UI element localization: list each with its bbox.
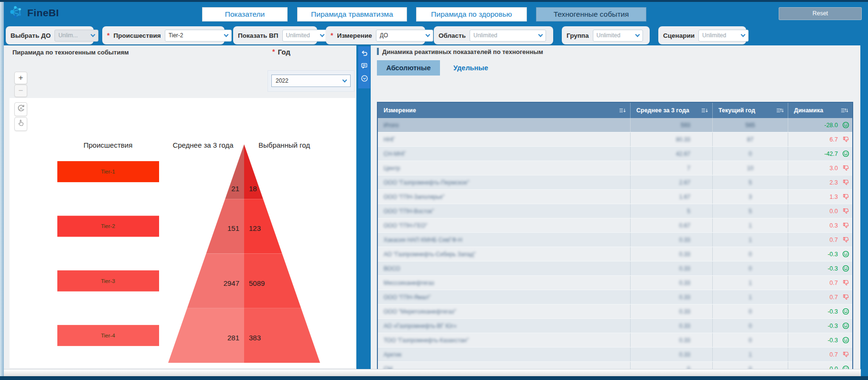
dynamics-cell: -0.3	[788, 304, 852, 318]
table-row[interactable]: ООО "ГПН-ГЕО"0.6710.3	[378, 218, 852, 233]
tab-pokazateli[interactable]: Показатели	[202, 7, 288, 22]
dynamics-cell: 0.7	[788, 233, 852, 247]
column-header-label: Текущий год	[718, 107, 755, 114]
table-row[interactable]: ООО "Меретояханефтегаз"0.330-0.3	[378, 304, 852, 319]
dynamics-value: -28.0	[825, 122, 838, 129]
sort-icon[interactable]	[619, 108, 626, 113]
dynamics-value: 0.7	[830, 351, 838, 358]
table-row[interactable]: ООО "Газпромнефть-Пермское"2.6752.3	[378, 175, 852, 190]
avg-3yr-cell: 593	[631, 118, 713, 132]
table-row[interactable]: Арктик0.3310.7	[378, 347, 852, 362]
table-body: Итого593565-28.0ННГ80.33876.7СН-МНГ42.67…	[378, 118, 852, 374]
measurement-cell: ООО "Меретояханефтегаз"	[378, 304, 631, 318]
sort-icon[interactable]	[840, 108, 848, 113]
table-row[interactable]: ООО "ГПН-Ямал"0.3310.7	[378, 290, 852, 304]
vertical-scrollbar[interactable]	[0, 2, 4, 376]
dynamics-cell: -28.0	[788, 118, 852, 132]
zoom-in-button[interactable]: +	[14, 72, 27, 84]
collapse-icon[interactable]	[361, 75, 368, 82]
measurement-masked-text: АО «Газпромнефть-ВГ Юг»	[384, 323, 457, 329]
undo-icon[interactable]	[361, 50, 368, 57]
table-row[interactable]: Хакасия НАП КМНБ СевГФ-Н0.3310.7	[378, 233, 852, 247]
thumbs-down-icon	[842, 164, 849, 172]
table-row[interactable]: ННГ80.33876.7	[378, 132, 852, 147]
dynamics-panel-title: Динамика реактивных показателей по техно…	[382, 48, 543, 55]
table-row[interactable]: Мессояханефтегаз0.3310.7	[378, 276, 852, 290]
tab-specific[interactable]: Удельные	[450, 60, 492, 76]
table-row[interactable]: ООО "ГПН-Заполярье"1.6731.3	[378, 190, 852, 204]
table-row[interactable]: АО «Газпромнефть-ВГ Юг»0.330-0.3	[378, 319, 852, 333]
table-row[interactable]: Центр7103.0	[378, 161, 852, 175]
filter-gruppa-select[interactable]: Unlimited	[593, 30, 643, 42]
measurement-masked-text: Хакасия НАП КМНБ СевГФ-Н	[384, 237, 462, 243]
table-row[interactable]: ООО "ГПН-Восток"550.0	[378, 204, 852, 218]
tab-tekhnogennye-sobytiya[interactable]: Техногенные события	[536, 7, 646, 22]
current-year-masked-value: 0	[749, 265, 752, 272]
measurement-masked-text: Мессояханефтегаз	[384, 280, 434, 286]
column-header-1[interactable]: Измерение	[378, 103, 631, 118]
current-year-cell: 1	[713, 276, 788, 290]
dynamics-cell: -0.3	[788, 261, 852, 275]
finebi-logo: FineBI	[8, 4, 59, 22]
horizontal-scrollbar[interactable]	[4, 369, 861, 376]
filter-izmerenie-select[interactable]: ДО	[376, 30, 433, 42]
avg-3yr-masked-value: 0.67	[679, 222, 690, 229]
column-header-4[interactable]: Динамика	[788, 103, 852, 118]
thumbs-down-icon	[842, 207, 849, 215]
dynamics-value: 6.7	[830, 136, 838, 143]
table-row[interactable]: Итого593565-28.0	[378, 118, 852, 132]
filter-proisshestviya-label: Происшествия	[113, 32, 161, 39]
tab-absolute[interactable]: Абсолютные	[377, 60, 440, 76]
filter-oblast-select[interactable]: Unlimited	[470, 30, 546, 42]
column-header-3[interactable]: Текущий год	[713, 103, 788, 118]
table-row[interactable]: АО "Газпромнефть-Сибирь Запад"0.330-0.3	[378, 247, 852, 261]
filter-pokazat-vp-label: Показать ВП	[238, 32, 279, 39]
table-row[interactable]: ВОСО0.330-0.3	[378, 261, 852, 276]
reset-button[interactable]: Reset	[779, 7, 862, 20]
column-header-2[interactable]: Среднее за 3 года	[631, 103, 713, 118]
measurement-cell: Хакасия НАП КМНБ СевГФ-Н	[378, 233, 631, 247]
filter-scenarii-select[interactable]: Unlimited	[698, 30, 749, 42]
filter-proisshestviya-select[interactable]: Tier-2	[165, 30, 232, 42]
dynamics-cell: -42.7	[788, 147, 852, 161]
thumbs-down-icon	[842, 293, 849, 301]
measurement-cell: ООО "Газпромнефть-Пермское"	[378, 175, 631, 189]
current-year-masked-value: 1	[749, 237, 752, 243]
smiley-icon	[842, 308, 849, 315]
pyramid-column-label: Происшествия	[84, 141, 133, 149]
current-year-cell: 5	[713, 175, 788, 189]
avg-value-label: 2947	[224, 279, 239, 287]
tier-bar-label: Tier-1	[101, 169, 115, 174]
year-select[interactable]: 2022	[271, 75, 351, 87]
comment-icon[interactable]	[361, 62, 368, 70]
avg-3yr-cell: 0.33	[631, 319, 713, 333]
current-year-cell: 87	[713, 132, 788, 146]
tier-bar-label: Tier-2	[101, 223, 115, 229]
avg-3yr-cell: 0.67	[631, 218, 713, 232]
pan-hand-button[interactable]	[14, 117, 27, 131]
filter-izmerenie-label: Измерение	[337, 32, 372, 39]
avg-3yr-cell: 0.33	[631, 233, 713, 247]
filter-pokazat-vp-select[interactable]: Unlimited	[282, 30, 328, 42]
zoom-out-button[interactable]: −	[14, 85, 27, 97]
measurement-cell: ННГ	[378, 132, 631, 146]
tab-piramida-travmatizma[interactable]: Пирамида травматизма	[297, 7, 407, 22]
pan-hand-icon	[17, 119, 25, 130]
dynamics-cell: 0.3	[788, 218, 852, 232]
filter-vybrat-do-select[interactable]: Unlim...	[54, 30, 98, 42]
avg-3yr-masked-value: 0.33	[679, 251, 690, 258]
auto-rotate-button[interactable]: A	[14, 102, 27, 116]
current-year-cell: 5	[713, 204, 788, 218]
sort-icon[interactable]	[701, 108, 708, 113]
dynamics-value: 0.7	[830, 237, 838, 243]
filter-pokazat-vp-value: Unlimited	[286, 32, 310, 39]
current-year-cell: 1	[713, 218, 788, 232]
tab-piramida-po-zdorovyu[interactable]: Пирамида по здоровью	[416, 7, 527, 22]
chevron-down-icon	[343, 77, 347, 82]
table-row[interactable]: СН-МНГ42.670-42.7	[378, 147, 852, 161]
chevron-down-icon	[538, 32, 543, 37]
table-row[interactable]: ТОО "Газпромнефть-Казахстан"0.330-0.3	[378, 333, 852, 347]
avg-3yr-cell: 80.33	[631, 132, 713, 146]
column-header-label: Динамика	[794, 107, 823, 114]
sort-icon[interactable]	[776, 108, 784, 113]
